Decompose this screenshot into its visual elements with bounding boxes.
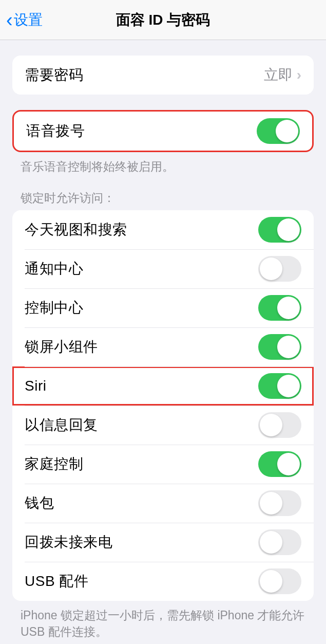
back-button[interactable]: ‹ 设置	[6, 10, 43, 30]
lock-access-toggle[interactable]	[258, 568, 301, 594]
page-title: 面容 ID 与密码	[116, 10, 210, 30]
lock-access-row: 以信息回复	[12, 406, 314, 445]
lock-access-row: 锁屏小组件	[12, 327, 314, 366]
require-passcode-row[interactable]: 需要密码 立即 ›	[12, 56, 314, 95]
lock-access-toggle[interactable]	[258, 217, 301, 243]
lock-access-label: 以信息回复	[25, 415, 98, 435]
lock-access-label: USB 配件	[25, 572, 88, 591]
lock-access-row: 今天视图和搜索	[12, 210, 314, 249]
chevron-left-icon: ‹	[6, 10, 13, 30]
toggle-knob	[276, 120, 298, 142]
require-passcode-label: 需要密码	[25, 65, 83, 85]
lock-access-label: 控制中心	[25, 298, 83, 318]
lock-access-toggle[interactable]	[258, 451, 301, 477]
lock-access-toggle[interactable]	[258, 412, 301, 438]
toggle-knob	[260, 257, 282, 280]
lock-access-toggle[interactable]	[258, 334, 301, 360]
voice-dial-row: 语音拨号	[14, 112, 312, 151]
lock-access-row: Siri	[12, 366, 314, 406]
lock-access-toggle[interactable]	[258, 256, 301, 282]
lock-access-footer: iPhone 锁定超过一小时后，需先解锁 iPhone 才能允许 USB 配件连…	[0, 601, 326, 640]
voice-dial-group: 语音拨号	[12, 110, 314, 152]
lock-access-row: USB 配件	[12, 562, 314, 601]
lock-access-label: 家庭控制	[25, 454, 83, 474]
back-label: 设置	[14, 10, 43, 30]
toggle-knob	[277, 218, 300, 241]
navigation-bar: ‹ 设置 面容 ID 与密码	[0, 0, 326, 40]
lock-access-row: 控制中心	[12, 288, 314, 327]
lock-access-toggle[interactable]	[258, 295, 301, 321]
toggle-knob	[277, 375, 300, 397]
lock-access-row: 钱包	[12, 484, 314, 523]
lock-access-toggle[interactable]	[258, 373, 301, 399]
lock-access-group: 今天视图和搜索通知中心控制中心锁屏小组件Siri以信息回复家庭控制钱包回拨未接来…	[12, 210, 314, 601]
lock-access-row: 通知中心	[12, 249, 314, 288]
toggle-knob	[277, 453, 300, 475]
toggle-knob	[260, 531, 282, 554]
toggle-knob	[260, 492, 282, 514]
voice-dial-label: 语音拨号	[26, 121, 85, 141]
lock-access-label: 回拨未接来电	[25, 532, 112, 552]
toggle-knob	[277, 336, 300, 358]
lock-access-label: 钱包	[25, 493, 54, 513]
lock-access-row: 家庭控制	[12, 445, 314, 484]
voice-dial-toggle[interactable]	[257, 118, 300, 144]
lock-access-label: 通知中心	[25, 259, 83, 279]
lock-access-row: 回拨未接来电	[12, 523, 314, 562]
toggle-knob	[260, 414, 282, 436]
require-passcode-group: 需要密码 立即 ›	[12, 56, 314, 95]
toggle-knob	[277, 297, 300, 319]
lock-access-label: 锁屏小组件	[25, 337, 98, 357]
lock-access-label: Siri	[25, 378, 46, 394]
chevron-right-icon: ›	[297, 67, 301, 83]
lock-access-toggle[interactable]	[258, 490, 301, 516]
require-passcode-value: 立即	[264, 65, 293, 85]
toggle-knob	[260, 570, 282, 593]
lock-access-header: 锁定时允许访问：	[0, 175, 326, 210]
voice-dial-footer: 音乐语音控制将始终被启用。	[0, 152, 326, 175]
lock-access-label: 今天视图和搜索	[25, 220, 127, 240]
lock-access-toggle[interactable]	[258, 529, 301, 555]
